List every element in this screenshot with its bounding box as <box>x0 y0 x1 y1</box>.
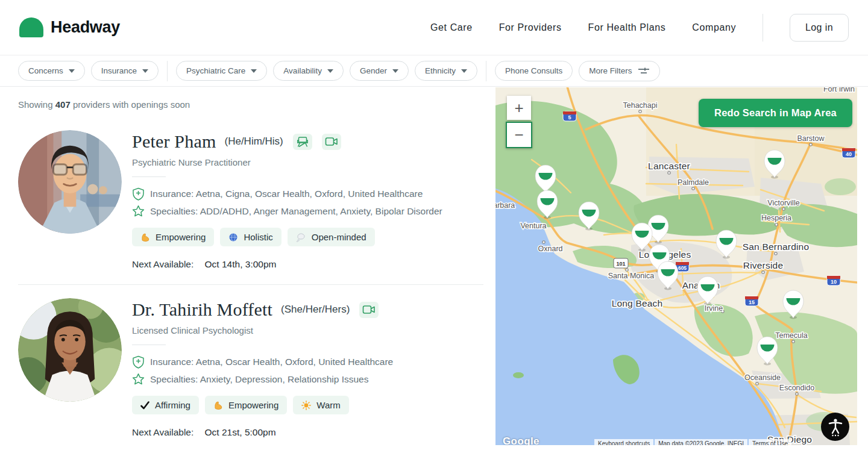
next-available-label: Next Available: <box>132 259 193 269</box>
chevron-down-icon <box>142 69 148 73</box>
map-attribution: Keyboard shortcuts Map data ©2023 Google… <box>594 439 791 445</box>
provider-name[interactable]: Dr. Tahirih Moffett <box>132 299 272 320</box>
chevron-down-icon <box>327 69 333 73</box>
svg-text:Tehachapi: Tehachapi <box>623 101 658 110</box>
insurance-row: Insurance: Aetna, Cigna, Oscar Health, O… <box>132 187 442 201</box>
divider <box>132 176 166 177</box>
provider-credential: Psychiatric Nurse Practitioner <box>132 157 442 167</box>
svg-text:Santa Monica: Santa Monica <box>608 272 654 280</box>
filter-group-divider <box>167 61 168 81</box>
tag-label: Warm <box>316 400 340 410</box>
filter-availability[interactable]: Availability <box>273 61 344 81</box>
tag-affirming: Affirming <box>132 396 199 414</box>
filter-ethnicity-label: Ethnicity <box>425 66 456 75</box>
keyboard-shortcuts-link[interactable]: Keyboard shortcuts <box>594 439 653 445</box>
tag-open-minded: Open-minded <box>288 228 375 246</box>
tag-label: Open-minded <box>312 232 366 242</box>
main-nav: Get Care For Providers For Health Plans … <box>430 14 849 42</box>
svg-text:Barstow: Barstow <box>797 134 825 143</box>
sun-icon <box>301 401 311 410</box>
svg-text:15: 15 <box>749 299 755 305</box>
tag-holistic: Holistic <box>220 228 281 246</box>
svg-text:Santa Barbara: Santa Barbara <box>495 201 515 210</box>
nav-for-health-plans[interactable]: For Health Plans <box>588 22 666 33</box>
filter-concerns-label: Concerns <box>28 66 63 75</box>
svg-text:40: 40 <box>846 151 852 157</box>
zoom-in-button[interactable]: + <box>507 96 531 120</box>
svg-text:Oceanside: Oceanside <box>744 373 781 382</box>
svg-text:Lancaster: Lancaster <box>648 161 690 171</box>
insurance-text: Insurance: Aetna, Oscar Health, Oxford, … <box>150 357 393 367</box>
provider-photo[interactable] <box>18 298 122 402</box>
filter-group-divider <box>486 61 486 81</box>
specialties-row: Specialties: Anxiety, Depression, Relati… <box>132 373 393 385</box>
svg-text:5: 5 <box>568 114 571 120</box>
nav-for-providers[interactable]: For Providers <box>499 22 562 33</box>
terms-of-use-link[interactable]: Terms of Use <box>749 439 791 445</box>
chevron-down-icon <box>69 69 75 73</box>
svg-text:10: 10 <box>831 279 837 285</box>
chevron-down-icon <box>461 69 467 73</box>
filter-more-filters[interactable]: More Filters <box>579 61 659 81</box>
filter-more-filters-label: More Filters <box>589 66 632 75</box>
star-icon <box>132 373 145 385</box>
provider-credential: Licensed Clinical Psychologist <box>132 325 393 335</box>
next-available-row: Next Available: Oct 21st, 5:00pm <box>132 427 393 438</box>
provider-card[interactable]: Dr. Tahirih Moffett (She/Her/Hers) Licen… <box>18 298 483 438</box>
filter-concerns[interactable]: Concerns <box>18 61 85 81</box>
globe-icon <box>228 232 238 242</box>
results-count-suffix: providers with openings soon <box>71 99 190 110</box>
divider <box>132 345 166 345</box>
provider-name[interactable]: Peter Pham <box>132 131 216 152</box>
next-available-time: Oct 14th, 3:00pm <box>205 259 277 269</box>
provider-photo-tahirih-moffett <box>18 298 122 402</box>
accessibility-button[interactable] <box>821 413 849 441</box>
specialties-row: Specialties: ADD/ADHD, Anger Management,… <box>132 205 442 217</box>
tag-label: Empowering <box>156 232 206 242</box>
nav-get-care[interactable]: Get Care <box>430 22 473 33</box>
redo-search-button[interactable]: Redo Search in Map Area <box>699 99 852 127</box>
filter-insurance[interactable]: Insurance <box>91 61 159 81</box>
results-count: Showing 407 providers with openings soon <box>18 99 483 110</box>
brand-name: Headway <box>51 18 120 37</box>
tag-label: Affirming <box>155 400 190 410</box>
map-data-copyright: Map data ©2023 Google, INEGI <box>655 439 747 445</box>
results-count-number: 407 <box>55 99 71 110</box>
nav-divider <box>763 14 763 42</box>
zoom-out-button[interactable]: − <box>506 122 532 148</box>
provider-photo[interactable] <box>18 130 122 234</box>
tag-label: Empowering <box>228 400 278 410</box>
tag-warm: Warm <box>293 396 348 414</box>
filter-psychiatric-care[interactable]: Psychiatric Care <box>176 61 267 81</box>
filter-phone-consults[interactable]: Phone Consults <box>495 61 573 81</box>
results-count-prefix: Showing <box>18 99 55 110</box>
next-available-time: Oct 21st, 5:00pm <box>205 427 276 437</box>
filter-bar: Concerns Insurance Psychiatric Care Avai… <box>0 55 868 87</box>
card-divider <box>18 284 483 285</box>
headway-logo[interactable]: Headway <box>19 17 120 37</box>
headway-search-page: Headway Get Care For Providers For Healt… <box>0 0 868 468</box>
google-logo[interactable]: Google <box>503 435 539 445</box>
map[interactable]: 5 40 101 605 10 15 Fort Irwin Tehachapi … <box>495 87 857 445</box>
chevron-down-icon <box>251 69 257 73</box>
shield-plus-icon <box>132 355 145 369</box>
provider-card[interactable]: Peter Pham (He/Him/His) <box>18 130 483 270</box>
provider-pronouns: (He/Him/His) <box>224 136 283 148</box>
chevron-down-icon <box>392 69 398 73</box>
nav-company[interactable]: Company <box>692 22 736 33</box>
filter-ethnicity[interactable]: Ethnicity <box>415 61 477 81</box>
insurance-row: Insurance: Aetna, Oscar Health, Oxford, … <box>132 355 393 369</box>
filter-gender-label: Gender <box>360 66 387 75</box>
svg-text:Ventura: Ventura <box>520 222 546 230</box>
provider-results-panel: Showing 407 providers with openings soon <box>0 87 495 468</box>
map-zoom-controls: + − <box>507 96 532 148</box>
filter-gender[interactable]: Gender <box>350 61 409 81</box>
trait-tags: Affirming Empowering <box>132 396 393 414</box>
svg-text:Oxnard: Oxnard <box>538 245 563 253</box>
svg-text:San Bernardino: San Bernardino <box>743 242 810 252</box>
filter-phone-consults-label: Phone Consults <box>505 66 562 75</box>
svg-text:Temecula: Temecula <box>775 331 808 340</box>
svg-text:605: 605 <box>678 265 687 271</box>
svg-text:Riverside: Riverside <box>743 260 783 270</box>
login-button[interactable]: Log in <box>790 14 849 42</box>
